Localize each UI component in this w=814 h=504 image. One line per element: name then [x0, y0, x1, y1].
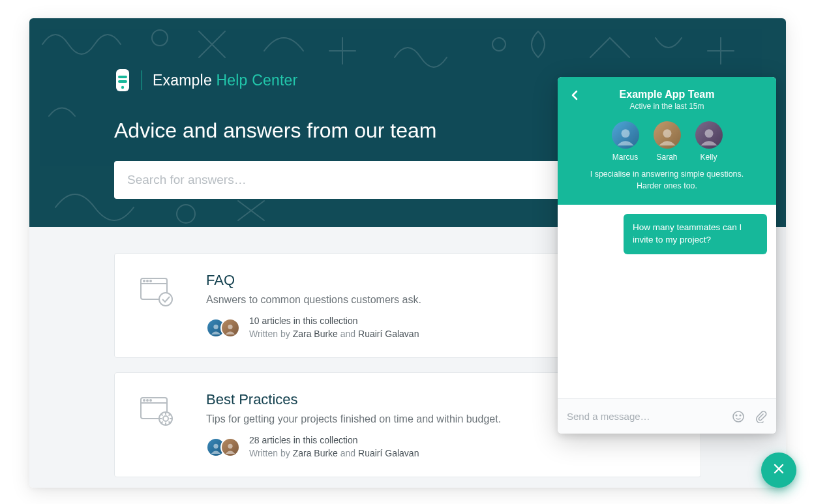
svg-point-19: [150, 400, 151, 401]
svg-point-13: [213, 325, 218, 329]
author-avatars: [206, 437, 240, 457]
svg-point-9: [143, 280, 145, 282]
svg-point-17: [143, 400, 145, 401]
svg-rect-5: [118, 80, 127, 83]
author-name: Ruairí Galavan: [358, 448, 419, 458]
team-member-name: Kelly: [700, 153, 717, 162]
chat-widget: Example App Team Active in the last 15m …: [558, 77, 776, 434]
avatar: [612, 121, 639, 149]
chat-compose: [558, 398, 776, 434]
chevron-left-icon: [571, 90, 579, 103]
author-name: Zara Burke: [293, 448, 338, 458]
avatar: [220, 437, 240, 457]
team-member: Sarah: [654, 121, 681, 162]
svg-point-36: [736, 415, 737, 416]
chat-team-name: Example App Team: [569, 89, 764, 100]
chat-launcher-fab[interactable]: [761, 452, 796, 488]
window-check-icon: [140, 276, 175, 310]
svg-point-35: [733, 411, 744, 422]
emoji-icon[interactable]: [732, 410, 745, 423]
team-member: Marcus: [612, 121, 639, 162]
svg-point-33: [663, 129, 671, 138]
collection-count: 28 articles in this collection: [249, 434, 419, 447]
svg-point-30: [213, 444, 218, 449]
authors-and: and: [338, 329, 358, 339]
chat-header: Example App Team Active in the last 15m …: [558, 77, 776, 205]
svg-point-12: [159, 293, 172, 306]
chat-back-button[interactable]: [568, 90, 581, 103]
window-gear-icon: [140, 395, 175, 429]
svg-point-32: [621, 129, 629, 138]
brand-title: Example Help Center: [153, 72, 297, 89]
svg-point-2: [177, 205, 195, 223]
chat-status: Active in the last 15m: [569, 102, 764, 111]
team-member: Kelly: [695, 121, 723, 162]
brand-divider: [142, 70, 142, 90]
close-icon: [772, 462, 785, 478]
team-member-name: Marcus: [612, 153, 638, 162]
svg-point-34: [704, 129, 713, 138]
avatar: [220, 318, 240, 338]
svg-point-6: [121, 86, 124, 89]
authors-and: and: [338, 448, 358, 458]
svg-point-31: [228, 444, 232, 449]
chat-messages[interactable]: How many teammates can I invite to my pr…: [558, 205, 776, 398]
chat-team-row: Marcus Sarah Kelly: [569, 121, 764, 162]
attachment-icon[interactable]: [754, 410, 767, 423]
collection-count: 10 articles in this collection: [249, 315, 419, 328]
svg-point-0: [152, 30, 168, 46]
brand-logo: [114, 69, 131, 91]
author-name: Ruairí Galavan: [358, 329, 419, 339]
collection-meta: 28 articles in this collection Written b…: [206, 434, 681, 460]
svg-rect-4: [118, 76, 127, 78]
author-name: Zara Burke: [293, 329, 338, 339]
written-by-label: Written by: [249, 329, 293, 339]
svg-point-11: [150, 280, 151, 282]
svg-point-18: [147, 400, 148, 401]
brand-section: Help Center: [216, 72, 297, 89]
svg-point-37: [740, 415, 741, 416]
written-by-label: Written by: [249, 448, 293, 458]
author-avatars: [206, 318, 240, 338]
svg-point-10: [147, 280, 148, 282]
help-center-card: Example Help Center Advice and answers f…: [29, 18, 786, 488]
chat-message-input[interactable]: [567, 411, 725, 422]
team-member-name: Sarah: [656, 153, 677, 162]
avatar: [695, 121, 723, 149]
chat-tagline: I specialise in answering simple questio…: [569, 168, 764, 192]
brand-name: Example: [153, 72, 212, 89]
chat-outgoing-message: How many teammates can I invite to my pr…: [624, 214, 767, 254]
svg-point-14: [228, 325, 232, 329]
svg-point-1: [492, 38, 505, 51]
avatar: [654, 121, 681, 149]
